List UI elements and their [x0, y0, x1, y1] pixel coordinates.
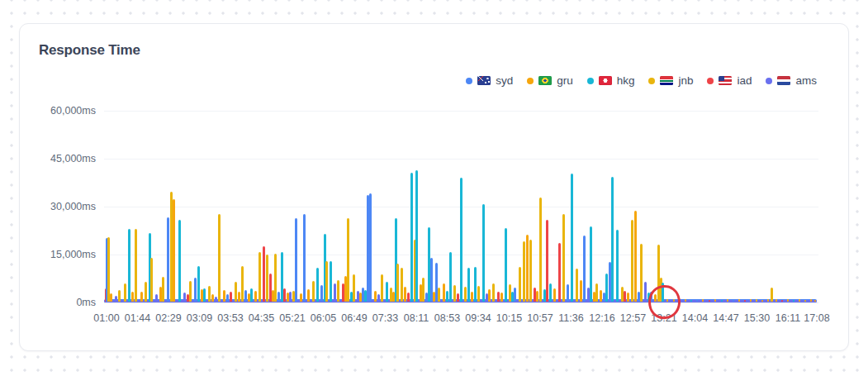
- spike-hkg: [571, 174, 573, 302]
- spike-hkg: [482, 204, 485, 302]
- spike-ams: [377, 294, 380, 302]
- spike-jnb: [218, 214, 221, 302]
- spike-jnb: [539, 198, 542, 302]
- spike-jnb: [631, 220, 633, 302]
- spike-iad: [407, 293, 410, 302]
- spike-jnb: [135, 229, 137, 302]
- spike-syd: [244, 290, 247, 302]
- spike-jnb: [529, 240, 532, 302]
- legend-label-jnb: jnb: [678, 74, 693, 87]
- spike-hkg: [616, 230, 619, 302]
- spike-gru: [702, 299, 704, 302]
- spike-jnb: [401, 268, 403, 302]
- spike-iad: [624, 291, 626, 302]
- netherlands-flag-icon: [777, 76, 790, 85]
- spike-jnb: [353, 274, 355, 302]
- spike-ams: [334, 283, 336, 302]
- spike-ams: [183, 293, 186, 302]
- spike-jnb: [337, 280, 339, 302]
- spike-jnb: [145, 282, 147, 302]
- spike-jnb: [235, 282, 237, 302]
- spike-syd: [320, 285, 323, 302]
- hong-kong-flag-icon: [599, 76, 612, 85]
- y-tick-label: 45,000ms: [20, 153, 96, 164]
- spike-syd: [369, 193, 372, 302]
- legend-item-iad[interactable]: iad: [707, 74, 752, 87]
- spike-hkg: [605, 274, 608, 302]
- spike-hkg: [386, 282, 388, 302]
- spike-syd: [303, 214, 306, 302]
- spike-gru: [300, 293, 302, 302]
- spike-gru: [471, 292, 473, 302]
- spike-gru: [500, 293, 503, 302]
- spike-gru: [634, 211, 637, 302]
- spike-jnb: [396, 264, 399, 302]
- spike-jnb: [259, 252, 261, 302]
- spike-jnb: [107, 237, 110, 302]
- spike-hkg: [474, 267, 477, 302]
- south-africa-flag-icon: [660, 76, 673, 85]
- spike-syd: [194, 278, 197, 302]
- spike-hkg: [549, 283, 552, 302]
- spike-gru: [553, 288, 556, 302]
- spike-ams: [115, 296, 117, 302]
- spike-jnb: [124, 283, 126, 302]
- legend-item-gru[interactable]: gru: [527, 74, 573, 87]
- spike-hkg: [197, 266, 200, 302]
- y-tick-label: 15,000ms: [20, 249, 96, 260]
- spike-jnb: [804, 300, 806, 302]
- spike-gru: [238, 292, 240, 302]
- spike-syd: [295, 218, 297, 302]
- spike-iad: [263, 246, 265, 302]
- spike-jnb: [312, 281, 315, 302]
- gridline: [104, 159, 818, 159]
- spike-jnb: [162, 277, 164, 302]
- legend-dot-syd: [466, 78, 472, 84]
- spike-hkg: [690, 300, 692, 302]
- spike-gru: [223, 290, 225, 302]
- legend-label-ams: ams: [795, 74, 817, 87]
- spike-gru: [536, 291, 538, 302]
- spike-gru: [580, 280, 582, 302]
- spike-hkg: [316, 268, 319, 302]
- spike-gru: [799, 299, 800, 302]
- y-tick-label: 0ms: [20, 297, 96, 308]
- spike-jnb: [118, 290, 121, 302]
- spike-gru: [810, 299, 812, 302]
- spike-gru: [488, 289, 491, 302]
- spike-jnb: [347, 218, 349, 302]
- spike-syd: [226, 294, 229, 302]
- spike-syd: [514, 288, 516, 302]
- spike-syd: [696, 299, 698, 302]
- spike-jnb: [523, 241, 525, 302]
- spike-gru: [254, 291, 257, 302]
- spike-iad: [230, 292, 232, 302]
- legend-item-hkg[interactable]: hkg: [587, 74, 635, 87]
- spike-jnb: [274, 254, 277, 302]
- spike-jnb: [492, 283, 495, 302]
- spike-syd: [583, 236, 586, 302]
- legend: sydgruhkgjnbiadams: [466, 74, 817, 87]
- legend-label-hkg: hkg: [617, 74, 635, 87]
- legend-dot-hkg: [587, 78, 594, 84]
- legend-item-syd[interactable]: syd: [466, 74, 513, 87]
- spike-ams: [644, 282, 647, 302]
- spike-hkg: [410, 173, 413, 302]
- spike-jnb: [241, 266, 244, 302]
- spike-gru: [110, 293, 112, 302]
- legend-item-ams[interactable]: ams: [766, 74, 817, 87]
- spike-gru: [374, 291, 377, 302]
- spike-gru: [750, 299, 752, 302]
- spike-hkg: [178, 220, 181, 302]
- spike-iad: [497, 292, 500, 302]
- spike-ams: [155, 294, 158, 302]
- spike-ams: [289, 292, 292, 302]
- legend-item-jnb[interactable]: jnb: [648, 74, 693, 87]
- spike-syd: [733, 300, 734, 302]
- spike-hkg: [250, 288, 253, 302]
- chart-title: Response Time: [39, 42, 140, 59]
- spike-gru: [307, 289, 310, 302]
- spike-jnb: [477, 286, 480, 302]
- spike-gru: [714, 299, 716, 302]
- spike-iad: [546, 220, 548, 302]
